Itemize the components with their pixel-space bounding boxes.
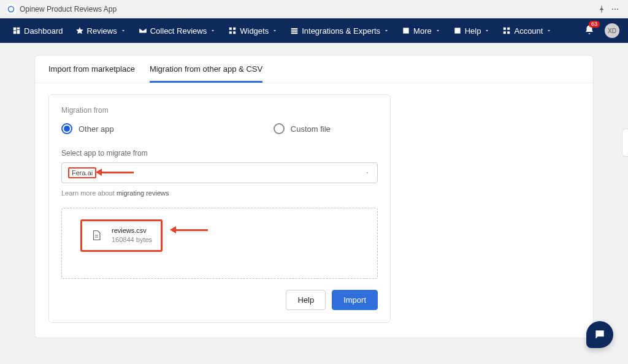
chevron-down-icon <box>120 28 126 34</box>
nav-reviews-label: Reviews <box>87 26 117 36</box>
nav-collect-label: Collect Reviews <box>150 26 207 36</box>
nav-help-label: Help <box>465 26 481 36</box>
chat-launcher[interactable] <box>586 321 613 348</box>
chevron-down-icon <box>365 170 370 175</box>
learn-more-prefix: Learn more about <box>61 189 117 197</box>
radio-other-app[interactable]: Other app <box>61 123 114 134</box>
migration-form: Migration from Other app Custom file Sel… <box>48 94 391 323</box>
help-button[interactable]: Help <box>286 290 326 310</box>
main-nav: Dashboard Reviews Collect Reviews Widget… <box>0 18 628 43</box>
nav-account-label: Account <box>514 26 543 36</box>
nav-more[interactable]: More <box>398 24 445 38</box>
tab-migration-csv[interactable]: Migration from other app & CSV <box>150 56 262 83</box>
nav-reviews[interactable]: Reviews <box>72 24 130 38</box>
nav-widgets-label: Widgets <box>240 26 269 36</box>
svg-point-2 <box>615 8 616 9</box>
button-label: Help <box>297 295 314 305</box>
opinew-logo <box>6 4 16 14</box>
nav-dashboard[interactable]: Dashboard <box>9 24 67 38</box>
nav-dashboard-label: Dashboard <box>24 26 63 36</box>
import-button[interactable]: Import <box>332 290 378 310</box>
chevron-down-icon <box>210 28 216 34</box>
select-app-label: Select app to migrate from <box>61 149 378 157</box>
radio-unselected-icon <box>274 123 285 134</box>
chevron-down-icon <box>272 28 278 34</box>
radio-selected-icon <box>61 123 72 134</box>
avatar-initials: XD <box>608 28 616 34</box>
svg-point-1 <box>612 8 613 9</box>
nav-integrations[interactable]: Integrations & Experts <box>286 24 393 38</box>
chevron-down-icon <box>435 28 441 34</box>
svg-rect-4 <box>598 333 602 333</box>
radio-label: Other app <box>78 124 114 134</box>
uploaded-file[interactable]: reviews.csv 160844 bytes <box>80 219 163 252</box>
migration-from-label: Migration from <box>61 106 378 115</box>
chevron-down-icon <box>383 28 389 34</box>
tab-label: Migration from other app & CSV <box>150 64 262 74</box>
nav-account[interactable]: Account <box>499 24 556 38</box>
chevron-down-icon <box>484 28 490 34</box>
file-dropzone[interactable]: reviews.csv 160844 bytes <box>61 208 378 279</box>
button-label: Import <box>343 295 366 305</box>
nav-help[interactable]: Help <box>450 24 494 38</box>
side-drawer-handle[interactable] <box>622 129 628 157</box>
learn-more-link[interactable]: migrating reviews <box>117 189 169 197</box>
radio-custom-file[interactable]: Custom file <box>274 123 331 134</box>
app-titlebar: Opinew Product Reviews App <box>0 0 628 18</box>
learn-more-text: Learn more about migrating reviews <box>61 189 378 197</box>
more-icon[interactable] <box>608 2 622 16</box>
file-name: reviews.csv <box>112 226 152 235</box>
tab-label: Import from marketplace <box>48 64 135 74</box>
chat-icon <box>594 328 606 341</box>
chevron-down-icon <box>546 28 552 34</box>
annotation-arrow-icon <box>101 172 134 173</box>
avatar[interactable]: XD <box>605 23 619 38</box>
svg-point-0 <box>9 6 14 12</box>
notifications-button[interactable]: 63 <box>584 25 595 37</box>
app-title: Opinew Product Reviews App <box>20 5 117 13</box>
tab-import-marketplace[interactable]: Import from marketplace <box>48 56 135 83</box>
notification-count: 63 <box>589 21 600 28</box>
nav-integrations-label: Integrations & Experts <box>302 26 380 36</box>
import-tabs: Import from marketplace Migration from o… <box>35 56 593 83</box>
file-size: 160844 bytes <box>112 235 152 245</box>
nav-collect-reviews[interactable]: Collect Reviews <box>135 24 220 38</box>
select-app-value: Fera.ai <box>68 167 96 178</box>
nav-widgets[interactable]: Widgets <box>224 24 281 38</box>
svg-point-3 <box>617 8 618 9</box>
svg-rect-5 <box>598 334 600 335</box>
file-icon <box>88 227 104 243</box>
radio-label: Custom file <box>291 124 331 134</box>
pin-icon[interactable] <box>595 2 608 16</box>
import-card: Import from marketplace Migration from o… <box>34 55 594 338</box>
nav-more-label: More <box>413 26 432 36</box>
annotation-arrow-icon <box>175 229 208 231</box>
